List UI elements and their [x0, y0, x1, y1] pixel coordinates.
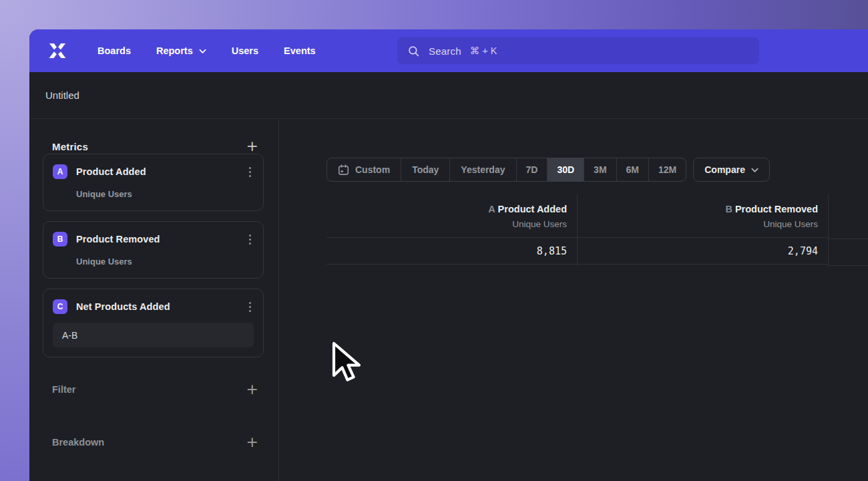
metric-card-a-head: A Product Added [53, 164, 254, 179]
metrics-title: Metrics [52, 141, 88, 152]
formula-input[interactable]: A-B [53, 323, 254, 347]
search-icon [407, 45, 420, 57]
sidebar: Metrics + A Product Added Unique Users B… [29, 119, 279, 481]
compare-label: Compare [704, 164, 745, 175]
compare-button[interactable]: Compare [693, 158, 770, 182]
kebab-menu-icon[interactable] [246, 233, 254, 246]
add-breakdown-button[interactable]: + [246, 435, 258, 450]
table-column-overflow [829, 194, 868, 266]
metric-badge-a: A [53, 164, 67, 179]
date-range-custom[interactable]: Custom [327, 158, 401, 181]
column-title: Product Removed [735, 204, 818, 214]
date-range-30d[interactable]: 30D [548, 158, 584, 181]
metric-card-c[interactable]: C Net Products Added A-B [43, 289, 264, 357]
content-row: Metrics + A Product Added Unique Users B… [29, 119, 868, 481]
date-range-custom-label: Custom [355, 164, 390, 175]
search-shortcut: ⌘ + K [470, 45, 497, 56]
nav-item-reports-label: Reports [156, 45, 193, 56]
results-table: AProduct Added Unique Users 8,815 BProdu… [327, 194, 868, 266]
column-subtitle: Unique Users [337, 219, 567, 229]
chevron-down-icon [751, 168, 758, 173]
nav-item-events[interactable]: Events [284, 45, 316, 56]
kebab-menu-icon[interactable] [246, 301, 254, 313]
column-subtitle: Unique Users [588, 219, 818, 229]
column-header [829, 194, 868, 239]
metrics-header: Metrics + [29, 139, 278, 154]
add-metric-button[interactable]: + [246, 139, 258, 154]
mixpanel-logo-icon[interactable]: X [45, 39, 69, 63]
metric-subtitle[interactable]: Unique Users [76, 189, 254, 199]
metric-title: Product Removed [76, 234, 238, 245]
metric-badge-c: C [53, 299, 67, 314]
date-range-yesterday[interactable]: Yesterday [450, 158, 516, 181]
column-value: 8,815 [327, 238, 577, 265]
main-panel: Custom Today Yesterday 7D 30D 3M 6M 12M … [279, 119, 868, 481]
column-value: 2,794 [578, 238, 828, 265]
report-title-bar: Untitled [29, 72, 868, 119]
filter-label: Filter [52, 384, 75, 395]
metric-card-a[interactable]: A Product Added Unique Users [43, 154, 264, 211]
breakdown-label: Breakdown [52, 437, 104, 448]
metric-card-b-head: B Product Removed [53, 232, 254, 247]
table-column-a: AProduct Added Unique Users 8,815 [327, 194, 578, 266]
search-input[interactable]: Search ⌘ + K [397, 37, 759, 64]
nav-item-users[interactable]: Users [232, 45, 258, 56]
kebab-menu-icon[interactable] [246, 166, 254, 178]
search-placeholder: Search [429, 45, 461, 57]
metric-badge-b: B [53, 232, 67, 247]
metric-card-c-head: C Net Products Added [53, 299, 254, 314]
nav-links: Boards Reports Users Events [97, 45, 316, 56]
date-range-3m[interactable]: 3M [584, 158, 616, 181]
app-window: X Boards Reports Users Events Search ⌘ +… [29, 29, 868, 481]
metric-title: Product Added [76, 166, 238, 177]
date-range-12m[interactable]: 12M [649, 158, 686, 181]
column-header: BProduct Removed Unique Users [578, 194, 828, 238]
column-badge: B [725, 204, 732, 214]
date-range-today[interactable]: Today [401, 158, 450, 181]
date-range-6m[interactable]: 6M [617, 158, 649, 181]
breakdown-section: Breakdown + [29, 435, 278, 450]
add-filter-button[interactable]: + [246, 382, 258, 397]
nav-item-reports[interactable]: Reports [156, 45, 206, 56]
chevron-down-icon [199, 49, 206, 54]
calendar-icon [338, 164, 349, 176]
page-title[interactable]: Untitled [45, 90, 79, 101]
column-value [829, 239, 868, 266]
column-badge: A [488, 204, 495, 214]
top-nav: X Boards Reports Users Events Search ⌘ +… [29, 29, 868, 72]
metric-card-b[interactable]: B Product Removed Unique Users [43, 221, 264, 279]
filter-section: Filter + [29, 382, 278, 397]
column-header: AProduct Added Unique Users [327, 194, 577, 238]
table-column-b: BProduct Removed Unique Users 2,794 [578, 194, 829, 266]
column-title: Product Added [498, 204, 567, 214]
metric-title: Net Products Added [76, 301, 238, 312]
date-range-7d[interactable]: 7D [517, 158, 548, 181]
metric-subtitle[interactable]: Unique Users [76, 257, 254, 267]
nav-item-boards[interactable]: Boards [97, 45, 131, 56]
date-range-toolbar: Custom Today Yesterday 7D 30D 3M 6M 12M … [327, 158, 868, 182]
date-range-group: Custom Today Yesterday 7D 30D 3M 6M 12M [327, 158, 686, 182]
